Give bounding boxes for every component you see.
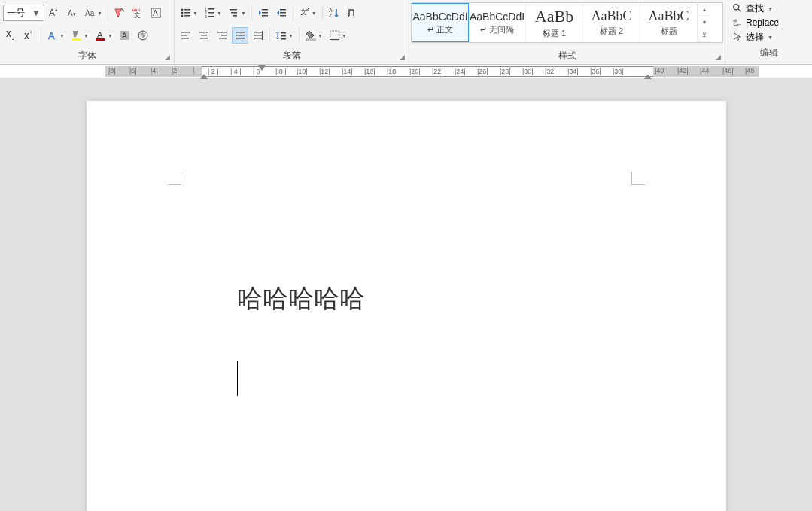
svg-rect-65: [306, 39, 315, 41]
highlight-button[interactable]: ▼: [68, 27, 91, 44]
style-name: 标题 1: [543, 28, 566, 39]
svg-text:²: ²: [30, 30, 32, 35]
font-color-button[interactable]: A▼: [93, 27, 115, 44]
svg-rect-34: [231, 12, 237, 14]
svg-rect-22: [184, 9, 190, 11]
borders-button[interactable]: ▼: [327, 27, 349, 44]
style-title[interactable]: AaBbC 标题: [640, 3, 698, 42]
svg-rect-49: [201, 35, 207, 36]
svg-text:A: A: [122, 32, 127, 40]
svg-rect-38: [262, 15, 268, 17]
line-spacing-button[interactable]: ▼: [273, 27, 296, 44]
enclose-characters-button[interactable]: 字: [135, 27, 151, 44]
svg-text:Z: Z: [329, 13, 333, 18]
character-border-button[interactable]: A: [147, 5, 164, 21]
find-button[interactable]: 查找 ▼: [730, 2, 807, 15]
style-heading1[interactable]: AaBb 标题 1: [526, 3, 583, 42]
gallery-more-button[interactable]: ⊻: [698, 29, 710, 42]
styles-dialog-launcher[interactable]: ◢: [713, 53, 722, 62]
style-normal[interactable]: AaBbCcDdI ↵ 正文: [412, 3, 469, 42]
svg-text:文: 文: [300, 8, 307, 16]
multilevel-list-button[interactable]: ▼: [226, 5, 248, 21]
style-preview: AaBbCcDdI: [470, 11, 525, 23]
shading-button[interactable]: ▼: [303, 27, 325, 44]
svg-text:字: 字: [140, 32, 146, 39]
chevron-down-icon: ▼: [217, 11, 222, 16]
cursor-icon: [732, 32, 743, 42]
svg-text:Aa: Aa: [85, 9, 95, 17]
font-size-value: 一号: [4, 7, 28, 20]
character-shading-button[interactable]: A: [117, 27, 133, 44]
svg-rect-39: [280, 9, 286, 11]
numbering-button[interactable]: 123▼: [202, 5, 224, 21]
svg-rect-59: [254, 38, 263, 39]
svg-text:ab: ab: [733, 18, 737, 23]
chevron-down-icon: ▼: [59, 33, 65, 38]
style-heading2[interactable]: AaBbC 标题 2: [583, 3, 640, 42]
svg-rect-67: [330, 39, 339, 40]
svg-rect-26: [184, 15, 190, 17]
svg-text:A: A: [97, 30, 103, 39]
font-dialog-launcher[interactable]: ◢: [163, 53, 172, 62]
decrease-indent-button[interactable]: [255, 5, 272, 21]
align-right-button[interactable]: [214, 27, 230, 44]
chevron-down-icon: ▼: [241, 11, 246, 16]
align-left-button[interactable]: [178, 27, 194, 44]
subscript-button[interactable]: X₂: [3, 27, 20, 44]
svg-rect-56: [236, 38, 245, 39]
show-marks-button[interactable]: [344, 5, 360, 21]
svg-rect-24: [184, 12, 190, 14]
align-center-button[interactable]: [196, 27, 212, 44]
chevron-down-icon: ▼: [29, 8, 44, 18]
superscript-button[interactable]: X²: [21, 27, 38, 44]
svg-text:X: X: [6, 30, 11, 38]
decrease-font-button[interactable]: A▾: [64, 5, 81, 21]
document-text[interactable]: 哈哈哈哈哈: [237, 281, 651, 316]
phonetic-guide-button[interactable]: uén文: [129, 5, 146, 21]
gallery-down-button[interactable]: ▾: [698, 16, 710, 29]
bullets-button[interactable]: ▼: [178, 5, 200, 21]
svg-rect-61: [262, 31, 263, 40]
styles-gallery[interactable]: AaBbCcDdI ↵ 正文 AaBbCcDdI ↵ 无间隔 AaBb 标题 1…: [411, 2, 723, 43]
text-direction-button[interactable]: 文▼: [297, 5, 319, 21]
style-name: ↵ 正文: [427, 24, 453, 35]
replace-button[interactable]: abac Replace: [730, 16, 807, 29]
svg-text:₂: ₂: [12, 35, 14, 41]
svg-point-23: [181, 12, 184, 14]
replace-icon: abac: [732, 17, 743, 28]
chevron-down-icon: ▼: [108, 33, 113, 38]
svg-rect-40: [280, 12, 286, 14]
align-justify-button[interactable]: [232, 27, 248, 44]
svg-rect-55: [236, 35, 245, 36]
svg-rect-51: [217, 32, 227, 33]
font-size-selector[interactable]: 一号 ▼: [3, 5, 44, 21]
font-group-label: 字体 ◢: [0, 48, 174, 64]
style-name: 标题 2: [600, 26, 623, 37]
paragraph-dialog-launcher[interactable]: ◢: [397, 53, 406, 62]
gallery-up-button[interactable]: ▴: [698, 3, 710, 16]
change-case-button[interactable]: Aa▼: [82, 5, 105, 21]
text-effects-button[interactable]: A▼: [44, 27, 67, 44]
search-icon: [732, 3, 743, 14]
document-area[interactable]: 哈哈哈哈哈: [0, 78, 812, 511]
right-indent-marker[interactable]: [644, 74, 652, 79]
font-group: 一号 ▼ A▴ A▾ Aa▼ uén文 A X₂ X² A▼ ▼ A▼ A 字: [0, 0, 175, 64]
style-no-spacing[interactable]: AaBbCcDdI ↵ 无间隔: [469, 3, 526, 42]
hanging-indent-marker[interactable]: [200, 74, 208, 79]
increase-font-button[interactable]: A▴: [46, 5, 62, 21]
select-button[interactable]: 选择 ▼: [730, 30, 807, 44]
ribbon: 一号 ▼ A▴ A▾ Aa▼ uén文 A X₂ X² A▼ ▼ A▼ A 字: [0, 0, 812, 65]
clear-formatting-button[interactable]: [111, 5, 128, 21]
document-page[interactable]: 哈哈哈哈哈: [87, 101, 726, 511]
svg-text:ac: ac: [736, 23, 741, 27]
increase-indent-button[interactable]: [273, 5, 290, 21]
text-cursor: [237, 361, 238, 396]
svg-text:A: A: [329, 8, 333, 13]
distribute-button[interactable]: [250, 27, 266, 44]
sort-button[interactable]: AZ: [326, 5, 342, 21]
svg-text:A: A: [153, 9, 158, 17]
svg-rect-32: [208, 16, 214, 17]
chevron-down-icon: ▼: [97, 11, 102, 16]
svg-text:X: X: [24, 32, 29, 41]
horizontal-ruler[interactable]: |8| |6| |4| |2| | | 2 | | 4 | | 6 | | 8 …: [0, 65, 812, 78]
